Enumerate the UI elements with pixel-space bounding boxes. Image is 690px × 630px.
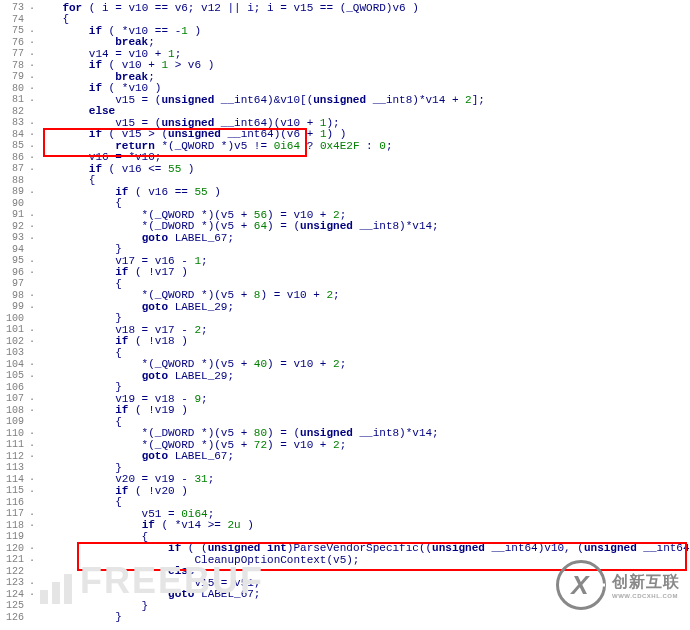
line-number: 103 (0, 347, 28, 358)
code-line: 107· v19 = v18 - 9; (0, 393, 690, 405)
code-line: 105· goto LABEL_29; (0, 370, 690, 382)
breakpoint-gutter: · (28, 324, 36, 336)
code-text: goto LABEL_67; (36, 232, 690, 244)
code-line: 81· v15 = (unsigned __int64)&v10[(unsign… (0, 94, 690, 106)
code-line: 116 { (0, 497, 690, 509)
line-number: 86 (0, 152, 28, 163)
code-text: if ( !v19 ) (36, 404, 690, 416)
code-text: { (36, 531, 690, 543)
line-number: 91 (0, 209, 28, 220)
code-text: { (36, 13, 690, 25)
line-number: 80 (0, 83, 28, 94)
code-text: goto LABEL_67; (36, 588, 690, 600)
line-number: 119 (0, 531, 28, 542)
code-text: } (36, 243, 690, 255)
breakpoint-gutter: · (28, 301, 36, 313)
breakpoint-gutter: · (28, 404, 36, 416)
line-number: 93 (0, 232, 28, 243)
line-number: 104 (0, 359, 28, 370)
code-line: 93· goto LABEL_67; (0, 232, 690, 244)
breakpoint-gutter: · (28, 542, 36, 554)
code-line: 101· v18 = v17 - 2; (0, 324, 690, 336)
line-number: 105 (0, 370, 28, 381)
line-number: 107 (0, 393, 28, 404)
breakpoint-gutter: · (28, 266, 36, 278)
code-line: 126 } (0, 612, 690, 624)
breakpoint-gutter: · (28, 2, 36, 14)
line-number: 84 (0, 129, 28, 140)
code-text: { (36, 174, 690, 186)
breakpoint-gutter: · (28, 289, 36, 301)
code-text: v18 = v17 - 2; (36, 324, 690, 336)
code-line: 106 } (0, 382, 690, 394)
code-line: 78· if ( v10 + 1 > v6 ) (0, 60, 690, 72)
code-line: 113 } (0, 462, 690, 474)
line-number: 79 (0, 71, 28, 82)
line-number: 85 (0, 140, 28, 151)
breakpoint-gutter: · (28, 36, 36, 48)
line-number: 75 (0, 25, 28, 36)
code-text: if ( !v17 ) (36, 266, 690, 278)
breakpoint-gutter: · (28, 59, 36, 71)
line-number: 82 (0, 106, 28, 117)
code-text: { (36, 416, 690, 428)
line-number: 109 (0, 416, 28, 427)
code-line: 90 { (0, 198, 690, 210)
line-number: 122 (0, 566, 28, 577)
code-text: { (36, 278, 690, 290)
line-number: 88 (0, 175, 28, 186)
line-number: 116 (0, 497, 28, 508)
line-number: 81 (0, 94, 28, 105)
code-line: 103 { (0, 347, 690, 359)
code-line: 91· *(_QWORD *)(v5 + 56) = v10 + 2; (0, 209, 690, 221)
breakpoint-gutter: · (28, 358, 36, 370)
line-number: 113 (0, 462, 28, 473)
breakpoint-gutter: · (28, 140, 36, 152)
code-text: goto LABEL_29; (36, 301, 690, 313)
breakpoint-gutter: · (28, 335, 36, 347)
code-text: goto LABEL_29; (36, 370, 690, 382)
breakpoint-gutter: · (28, 473, 36, 485)
breakpoint-gutter: · (28, 450, 36, 462)
code-line: 94 } (0, 244, 690, 256)
code-line: 114· v20 = v19 - 31; (0, 474, 690, 486)
breakpoint-gutter: · (28, 94, 36, 106)
code-text: if ( *v14 >= 2u ) (36, 519, 690, 531)
line-number: 97 (0, 278, 28, 289)
code-text: } (36, 381, 690, 393)
line-number: 126 (0, 612, 28, 623)
highlight-box-1 (43, 128, 307, 157)
line-number: 110 (0, 428, 28, 439)
code-text: v15 = (unsigned __int64)(v10 + 1); (36, 117, 690, 129)
code-line: 104· *(_QWORD *)(v5 + 40) = v10 + 2; (0, 359, 690, 371)
breakpoint-gutter: · (28, 508, 36, 520)
code-text: } (36, 462, 690, 474)
breakpoint-gutter: · (28, 25, 36, 37)
breakpoint-gutter: · (28, 209, 36, 221)
line-number: 111 (0, 439, 28, 450)
code-line: 82 else (0, 106, 690, 118)
code-text: { (36, 347, 690, 359)
code-line: 123· v15 = v51; (0, 577, 690, 589)
breakpoint-gutter: · (28, 151, 36, 163)
decompiler-code-view: 73· for ( i = v10 == v6; v12 || i; i = v… (0, 0, 690, 625)
breakpoint-gutter: · (28, 439, 36, 451)
code-text: goto LABEL_67; (36, 450, 690, 462)
breakpoint-gutter: · (28, 186, 36, 198)
code-text: *(_QWORD *)(v5 + 40) = v10 + 2; (36, 358, 690, 370)
code-line: 118· if ( *v14 >= 2u ) (0, 520, 690, 532)
line-number: 94 (0, 244, 28, 255)
code-line: 73· for ( i = v10 == v6; v12 || i; i = v… (0, 2, 690, 14)
line-number: 123 (0, 577, 28, 588)
breakpoint-gutter: · (28, 232, 36, 244)
code-line: 108· if ( !v19 ) (0, 405, 690, 417)
line-number: 90 (0, 198, 28, 209)
code-line: 109 { (0, 416, 690, 428)
breakpoint-gutter: · (28, 117, 36, 129)
code-text: break; (36, 36, 690, 48)
breakpoint-gutter: · (28, 220, 36, 232)
code-line: 88 { (0, 175, 690, 187)
code-text: break; (36, 71, 690, 83)
code-line: 102· if ( !v18 ) (0, 336, 690, 348)
code-line: 110· *(_DWORD *)(v5 + 80) = (unsigned __… (0, 428, 690, 440)
